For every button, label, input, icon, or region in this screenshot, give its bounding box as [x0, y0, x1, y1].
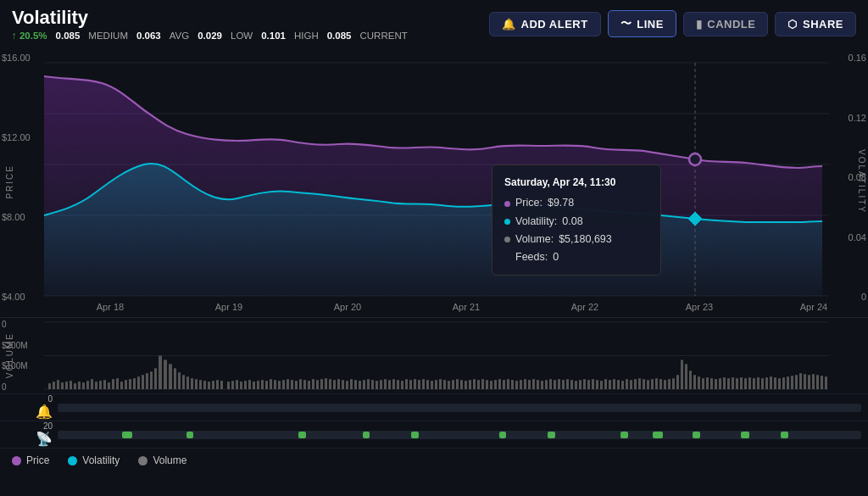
svg-rect-100 [401, 381, 403, 389]
svg-rect-175 [719, 378, 721, 389]
svg-rect-28 [91, 379, 93, 389]
candle-button[interactable]: ▮ CANDLE [683, 12, 769, 36]
price-axis-label: PRICE [5, 46, 14, 317]
svg-rect-80 [316, 380, 319, 389]
svg-rect-117 [473, 379, 476, 389]
volume-axis-label: VOLUME [5, 318, 14, 393]
svg-rect-172 [706, 377, 709, 389]
svg-rect-49 [182, 375, 185, 389]
news-tick [186, 432, 193, 438]
legend-volatility-dot [68, 456, 77, 465]
share-button[interactable]: ⬡ SHARE [775, 12, 856, 36]
avg-label: AVG [170, 31, 189, 41]
svg-rect-48 [178, 372, 181, 389]
svg-rect-141 [575, 381, 577, 389]
news-tick [620, 432, 628, 438]
svg-rect-185 [761, 378, 764, 389]
medium-label: MEDIUM [88, 31, 128, 41]
volume-svg [0, 318, 868, 393]
svg-rect-166 [681, 359, 683, 389]
chart-svg: Apr 18 Apr 19 Apr 20 Apr 21 Apr 22 Apr 2… [0, 46, 868, 317]
svg-rect-110 [443, 380, 446, 389]
svg-rect-47 [174, 368, 176, 389]
svg-rect-127 [515, 381, 518, 389]
svg-rect-173 [710, 378, 713, 389]
legend-row: Price Volatility Volume [0, 448, 868, 472]
svg-rect-62 [240, 382, 242, 389]
svg-text:Apr 19: Apr 19 [215, 302, 242, 312]
news-feed-bar[interactable] [58, 431, 861, 439]
svg-rect-130 [528, 380, 531, 389]
svg-text:Apr 20: Apr 20 [334, 302, 361, 312]
svg-rect-140 [570, 380, 573, 389]
svg-rect-199 [821, 376, 823, 389]
svg-text:Apr 23: Apr 23 [686, 302, 713, 312]
svg-rect-143 [583, 379, 586, 389]
add-alert-button[interactable]: 🔔 ADD ALERT [489, 12, 601, 36]
svg-rect-95 [380, 380, 382, 389]
svg-rect-157 [643, 379, 645, 389]
page-title: Volatility [12, 7, 408, 29]
svg-rect-40 [142, 375, 144, 389]
svg-rect-164 [672, 378, 675, 389]
svg-rect-103 [414, 379, 416, 389]
svg-rect-53 [199, 380, 202, 389]
svg-rect-159 [651, 379, 654, 389]
svg-rect-30 [99, 381, 102, 389]
svg-rect-123 [498, 379, 501, 389]
svg-rect-183 [753, 378, 755, 389]
svg-rect-73 [287, 379, 289, 389]
svg-rect-154 [630, 380, 632, 389]
alert-feed-bar[interactable] [58, 404, 861, 412]
svg-rect-69 [270, 379, 272, 389]
avg-val: 0.063 [136, 31, 161, 41]
svg-rect-77 [303, 380, 306, 389]
svg-rect-108 [435, 380, 437, 389]
svg-rect-68 [265, 381, 268, 389]
svg-rect-115 [465, 381, 467, 389]
svg-rect-85 [337, 379, 340, 389]
news-tick [653, 432, 663, 438]
svg-rect-165 [676, 375, 679, 389]
svg-rect-155 [634, 379, 637, 389]
line-button[interactable]: 〜 LINE [608, 10, 676, 37]
wifi-feed-icon: 📡 [36, 431, 53, 447]
svg-rect-158 [647, 380, 649, 389]
svg-rect-51 [191, 378, 193, 389]
svg-rect-198 [816, 375, 819, 389]
svg-rect-107 [431, 381, 433, 389]
svg-rect-137 [558, 379, 560, 389]
svg-rect-193 [795, 375, 798, 389]
svg-rect-109 [439, 379, 442, 389]
svg-rect-120 [486, 380, 488, 389]
svg-rect-43 [154, 368, 157, 389]
legend-volume-dot [138, 456, 147, 465]
svg-rect-81 [320, 379, 323, 389]
legend-volatility-label: Volatility [82, 454, 120, 466]
svg-rect-200 [825, 376, 827, 389]
svg-rect-153 [626, 379, 628, 389]
svg-rect-87 [346, 381, 348, 389]
svg-rect-113 [456, 379, 459, 389]
svg-rect-131 [532, 379, 535, 389]
svg-rect-106 [426, 380, 429, 389]
legend-price-dot [12, 456, 21, 465]
svg-rect-167 [685, 364, 687, 389]
svg-rect-151 [617, 380, 620, 389]
svg-rect-133 [541, 381, 543, 389]
svg-rect-22 [65, 382, 68, 389]
svg-rect-124 [503, 380, 505, 389]
svg-rect-126 [511, 380, 514, 389]
svg-rect-26 [82, 382, 85, 389]
svg-rect-56 [212, 381, 214, 389]
svg-rect-18 [48, 383, 51, 389]
svg-rect-71 [278, 381, 281, 389]
svg-rect-90 [359, 381, 361, 389]
svg-rect-170 [698, 376, 700, 389]
svg-rect-45 [164, 359, 167, 389]
svg-rect-147 [600, 381, 603, 389]
svg-rect-102 [409, 380, 412, 389]
svg-rect-64 [248, 380, 251, 389]
svg-rect-162 [664, 380, 666, 389]
change-stat: ↑ 20.5% [12, 31, 47, 41]
